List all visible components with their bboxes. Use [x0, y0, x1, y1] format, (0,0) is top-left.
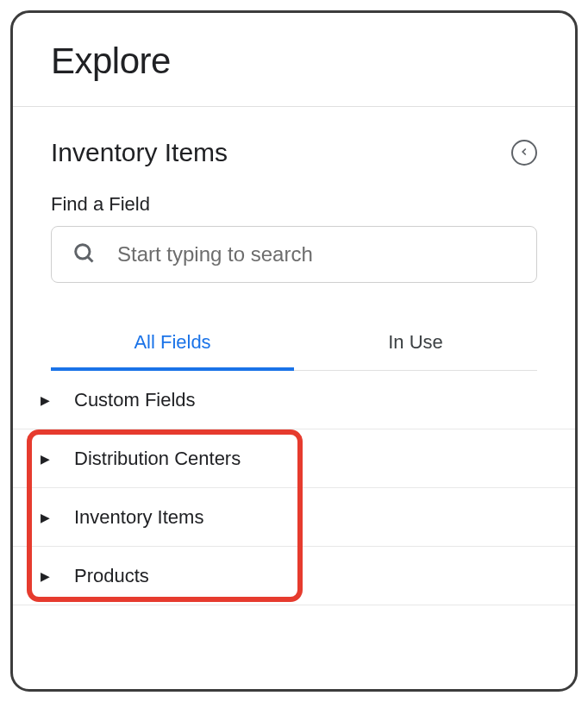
caret-right-icon: ▶ — [41, 511, 50, 524]
chevron-left-icon — [518, 146, 530, 160]
caret-right-icon: ▶ — [41, 452, 50, 466]
tab-in-use[interactable]: In Use — [294, 321, 537, 371]
field-group-label: Custom Fields — [74, 389, 196, 411]
svg-line-1 — [88, 257, 93, 262]
collapse-button[interactable] — [511, 140, 537, 166]
search-wrap — [51, 226, 537, 283]
search-label: Find a Field — [51, 193, 537, 216]
section-header: Inventory Items — [51, 138, 537, 167]
field-group-label: Inventory Items — [74, 506, 203, 529]
tabs: All Fields In Use — [51, 321, 537, 371]
field-group-products[interactable]: ▶ Products — [13, 547, 575, 605]
svg-point-0 — [76, 245, 90, 259]
tab-all-fields[interactable]: All Fields — [51, 321, 294, 371]
field-group-inventory-items[interactable]: ▶ Inventory Items — [13, 488, 575, 547]
tab-label: All Fields — [134, 331, 210, 353]
field-picker: Inventory Items Find a Field All Fields … — [13, 107, 575, 371]
field-group-label: Distribution Centers — [74, 448, 241, 470]
field-group-custom-fields[interactable]: ▶ Custom Fields — [13, 371, 575, 429]
tab-label: In Use — [388, 331, 443, 353]
search-icon — [72, 241, 96, 268]
header: Explore — [13, 13, 575, 106]
field-list: ▶ Custom Fields ▶ Distribution Centers ▶… — [13, 371, 575, 605]
field-group-label: Products — [74, 565, 149, 587]
page-title: Explore — [51, 41, 537, 82]
caret-right-icon: ▶ — [41, 569, 50, 583]
caret-right-icon: ▶ — [41, 393, 50, 407]
search-input[interactable] — [51, 226, 537, 283]
explore-panel: Explore Inventory Items Find a Field All… — [10, 10, 578, 692]
field-group-distribution-centers[interactable]: ▶ Distribution Centers — [13, 429, 575, 488]
view-title: Inventory Items — [51, 138, 228, 167]
